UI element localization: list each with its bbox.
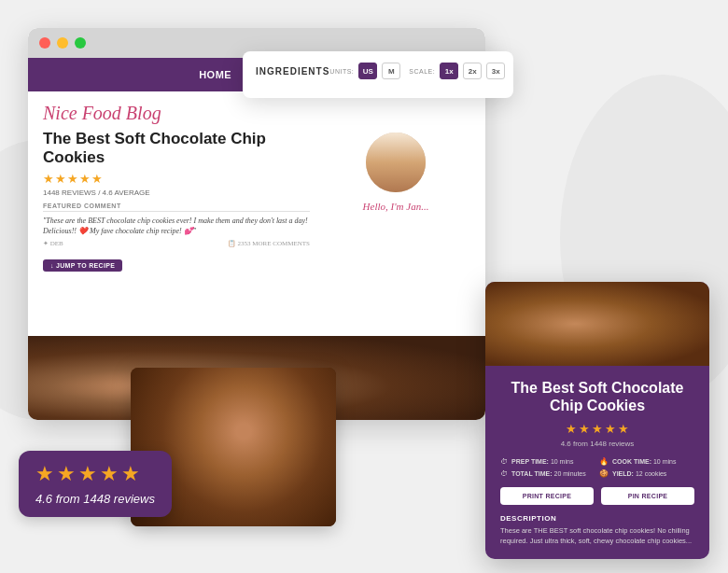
total-time-item: ⏱ TOTAL TIME: 20 minutes — [500, 469, 595, 478]
rating-stars-large: ★ ★ ★ ★ ★ — [35, 462, 155, 486]
comment-author: ✦ DEB — [43, 240, 63, 247]
unit-us-button[interactable]: US — [358, 63, 377, 79]
rc-star-half: ★ — [618, 422, 629, 437]
big-star-1: ★ — [35, 462, 54, 486]
yield-text: YIELD: 12 cookies — [612, 470, 666, 477]
description-text: These are THE BEST soft chocolate chip c… — [500, 526, 694, 546]
browser-content: HOME ABOUT RECIPES START HERE 🔍 Nice Foo… — [28, 58, 485, 420]
star-half: ★ — [91, 172, 103, 187]
cookie-icon: 🍪 — [599, 469, 609, 478]
recipe-card-stars: ★ ★ ★ ★ ★ — [500, 422, 694, 437]
recipe-card-title: The Best Soft Chocolate Chip Cookies — [500, 379, 694, 414]
maximize-dot[interactable] — [75, 37, 86, 49]
recipe-meta-grid: ⏱ PREP TIME: 10 mins 🔥 COOK TIME: 10 min… — [500, 457, 694, 478]
recipe-card-image — [485, 282, 709, 366]
big-star-half: ★ — [121, 462, 140, 486]
comment-more: 📋 2353 MORE COMMENTS — [228, 240, 310, 247]
close-dot[interactable] — [39, 37, 50, 49]
jump-to-recipe-button[interactable]: ↓ JUMP TO RECIPE — [43, 259, 122, 272]
recipe-card-review: 4.6 from 1448 reviews — [500, 440, 694, 448]
big-star-3: ★ — [78, 462, 97, 486]
blog-content-area: Nice Food Blog The Best Soft Chocolate C… — [28, 91, 485, 336]
cook-time-text: COOK TIME: 10 mins — [612, 458, 676, 465]
units-row: UNITS: US M SCALE: 1x 2x 3x — [329, 63, 505, 79]
scale-label: SCALE: — [409, 68, 435, 75]
print-recipe-button[interactable]: PRINT RECIPE — [500, 487, 594, 505]
blog-title: Nice Food Blog — [43, 103, 470, 124]
blog-left-column: The Best Soft Chocolate Chip Cookies ★ ★… — [43, 130, 310, 325]
units-label: UNITS: — [329, 68, 354, 75]
flame-icon: 🔥 — [599, 457, 609, 466]
minimize-dot[interactable] — [57, 37, 68, 49]
blog-main-row: The Best Soft Chocolate Chip Cookies ★ ★… — [43, 130, 470, 325]
clock-icon: ⏱ — [500, 457, 508, 466]
timer-icon: ⏱ — [500, 469, 508, 478]
big-star-2: ★ — [57, 462, 76, 486]
rc-star-4: ★ — [605, 422, 616, 437]
cook-time-item: 🔥 COOK TIME: 10 mins — [599, 457, 694, 466]
author-avatar — [363, 130, 428, 195]
blog-right-column: Hello, I'm Jan... — [321, 130, 470, 325]
recipe-buttons-row: PRINT RECIPE PIN RECIPE — [500, 487, 694, 505]
ingredients-title: INGREDIENTS — [256, 66, 329, 77]
author-hello-text: Hello, I'm Jan... — [363, 201, 429, 212]
comment-quote: "These are the BEST chocolate chip cooki… — [43, 216, 310, 236]
prep-time-text: PREP TIME: 10 mins — [511, 458, 573, 465]
prep-time-item: ⏱ PREP TIME: 10 mins — [500, 457, 595, 466]
rc-star-1: ★ — [566, 422, 577, 437]
featured-comment-label: FEATURED COMMENT — [43, 203, 310, 212]
review-summary: 1448 REVIEWS / 4.6 AVERAGE — [43, 189, 310, 197]
scale-2x-button[interactable]: 2x — [463, 63, 482, 79]
recipe-card: The Best Soft Chocolate Chip Cookies ★ ★… — [485, 282, 709, 559]
rating-text: 4.6 from 1448 reviews — [35, 492, 155, 506]
comment-meta: ✦ DEB 📋 2353 MORE COMMENTS — [43, 240, 310, 247]
star-1: ★ — [43, 172, 54, 187]
rc-star-2: ★ — [579, 422, 590, 437]
star-3: ★ — [67, 172, 78, 187]
yield-item: 🍪 YIELD: 12 cookies — [599, 469, 694, 478]
nav-link-home[interactable]: HOME — [199, 69, 231, 80]
ingredients-header: INGREDIENTS UNITS: US M SCALE: 1x 2x 3x — [256, 63, 500, 79]
star-4: ★ — [79, 172, 91, 187]
ingredients-panel: INGREDIENTS UNITS: US M SCALE: 1x 2x 3x — [243, 51, 513, 98]
star-2: ★ — [55, 172, 66, 187]
rc-star-3: ★ — [592, 422, 603, 437]
scale-3x-button[interactable]: 3x — [486, 63, 505, 79]
rating-badge: ★ ★ ★ ★ ★ 4.6 from 1448 reviews — [19, 451, 172, 517]
big-star-4: ★ — [100, 462, 119, 486]
scale-1x-button[interactable]: 1x — [440, 63, 458, 79]
unit-m-button[interactable]: M — [382, 63, 400, 79]
pin-recipe-button[interactable]: PIN RECIPE — [601, 487, 694, 505]
post-title: The Best Soft Chocolate Chip Cookies — [43, 130, 310, 168]
recipe-card-body: The Best Soft Chocolate Chip Cookies ★ ★… — [485, 366, 709, 559]
total-time-text: TOTAL TIME: 20 minutes — [511, 470, 586, 477]
author-figure — [366, 133, 426, 192]
star-rating-row: ★ ★ ★ ★ ★ — [43, 172, 310, 187]
description-label: DESCRIPTION — [500, 514, 694, 523]
